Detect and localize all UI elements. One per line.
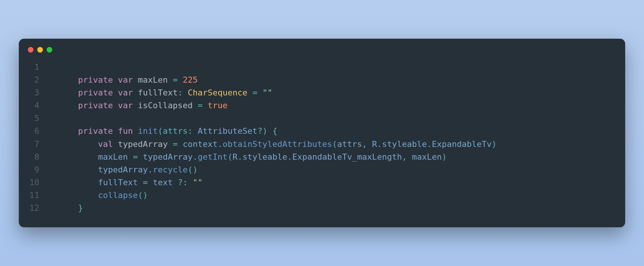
code-token: private	[78, 75, 113, 85]
code-line: 4 private var isCollapsed = true	[29, 99, 615, 112]
code-content[interactable]: private var maxLen = 225	[58, 74, 615, 86]
code-token: true	[208, 101, 228, 110]
code-token	[58, 88, 78, 97]
line-number: 4	[29, 99, 58, 112]
code-token: ?:	[178, 178, 188, 187]
code-token: init	[138, 126, 158, 136]
code-token	[58, 126, 78, 136]
code-token: typedArray	[118, 139, 173, 149]
code-token: ?	[257, 126, 262, 136]
code-token: )	[492, 139, 497, 149]
code-token	[113, 88, 118, 97]
code-token	[257, 88, 262, 97]
code-token	[193, 126, 197, 136]
line-number: 8	[29, 151, 58, 163]
code-content[interactable]: private var isCollapsed = true	[58, 99, 615, 112]
code-token: .	[237, 152, 242, 162]
code-token: .	[217, 139, 222, 149]
code-token: ""	[193, 178, 203, 187]
code-token: typedArray	[143, 152, 193, 162]
code-line: 7 val typedArray = context.obtainStyledA…	[29, 138, 615, 151]
code-token: ()	[138, 190, 148, 200]
code-token: )	[263, 126, 267, 136]
code-token: ""	[263, 88, 273, 97]
line-number: 7	[29, 138, 58, 151]
code-token: )	[442, 152, 447, 162]
minimize-icon[interactable]	[37, 47, 43, 53]
code-token: private	[78, 88, 113, 97]
zoom-icon[interactable]	[47, 47, 52, 53]
code-token: =	[197, 101, 202, 110]
code-token	[407, 152, 412, 162]
code-token	[248, 88, 252, 97]
code-token	[138, 152, 143, 162]
code-line: 12 }	[29, 202, 615, 215]
code-token: isCollapsed	[138, 101, 197, 110]
close-icon[interactable]	[28, 47, 33, 53]
code-token: =	[173, 75, 178, 85]
code-content[interactable]: fullText = text ?: ""	[58, 176, 615, 189]
code-token: (	[228, 152, 232, 162]
code-token: R	[232, 152, 237, 162]
code-token: .	[193, 152, 197, 162]
code-token: AttributeSet	[197, 126, 257, 136]
line-number: 2	[29, 74, 58, 86]
code-content[interactable]: val typedArray = context.obtainStyledAtt…	[58, 138, 615, 151]
code-table: 12 private var maxLen = 2253 private var…	[29, 61, 615, 215]
code-token: :	[188, 126, 193, 136]
code-token: maxLen	[98, 152, 133, 162]
code-token: private	[78, 126, 113, 136]
code-token	[178, 75, 182, 85]
code-token: ()	[188, 165, 198, 174]
line-number: 11	[29, 189, 58, 202]
code-content[interactable]: private fun init(attrs: AttributeSet?) {	[58, 125, 615, 138]
code-token	[113, 126, 118, 136]
code-content[interactable]: collapse()	[58, 189, 615, 202]
line-number: 12	[29, 202, 58, 215]
code-line: 1	[29, 61, 615, 74]
line-number: 6	[29, 125, 58, 138]
code-line: 2 private var maxLen = 225	[29, 74, 615, 86]
code-token: private	[78, 101, 113, 110]
code-token: maxLen	[138, 75, 173, 85]
code-token	[133, 88, 138, 97]
code-area[interactable]: 12 private var maxLen = 2253 private var…	[19, 54, 625, 227]
code-content[interactable]	[58, 112, 615, 125]
code-token: .	[148, 165, 153, 174]
code-token	[58, 190, 98, 200]
code-content[interactable]: private var fullText: CharSequence = ""	[58, 86, 615, 99]
code-token: .	[287, 152, 292, 162]
code-token: ExpandableTv_maxLength	[292, 152, 402, 162]
code-line: 9 typedArray.recycle()	[29, 163, 615, 176]
code-token: attrs	[163, 126, 188, 136]
code-token: (	[158, 126, 163, 136]
code-token	[203, 101, 208, 110]
code-token: getInt	[197, 152, 227, 162]
code-token	[58, 203, 78, 213]
code-token: fullText	[98, 178, 143, 187]
code-token	[188, 178, 193, 187]
code-token: obtainStyledAttributes	[223, 139, 332, 149]
code-token	[267, 126, 272, 136]
code-token	[58, 165, 98, 174]
code-content[interactable]	[58, 61, 615, 74]
code-token: val	[98, 139, 113, 149]
code-token: CharSequence	[188, 88, 248, 97]
line-number: 3	[29, 86, 58, 99]
code-line: 11 collapse()	[29, 189, 615, 202]
code-token: 225	[183, 75, 198, 85]
code-token: {	[272, 126, 277, 136]
code-token: fullText	[138, 88, 178, 97]
code-token: }	[78, 203, 83, 213]
code-token	[58, 101, 78, 110]
code-token: =	[252, 88, 257, 97]
code-content[interactable]: }	[58, 202, 615, 215]
code-content[interactable]: maxLen = typedArray.getInt(R.styleable.E…	[58, 151, 615, 163]
code-token: context	[183, 139, 218, 149]
code-line: 6 private fun init(attrs: AttributeSet?)…	[29, 125, 615, 138]
code-content[interactable]: typedArray.recycle()	[58, 163, 615, 176]
code-token: :	[178, 88, 182, 97]
code-line: 8 maxLen = typedArray.getInt(R.styleable…	[29, 151, 615, 163]
code-token: =	[143, 178, 148, 187]
code-token	[148, 178, 153, 187]
